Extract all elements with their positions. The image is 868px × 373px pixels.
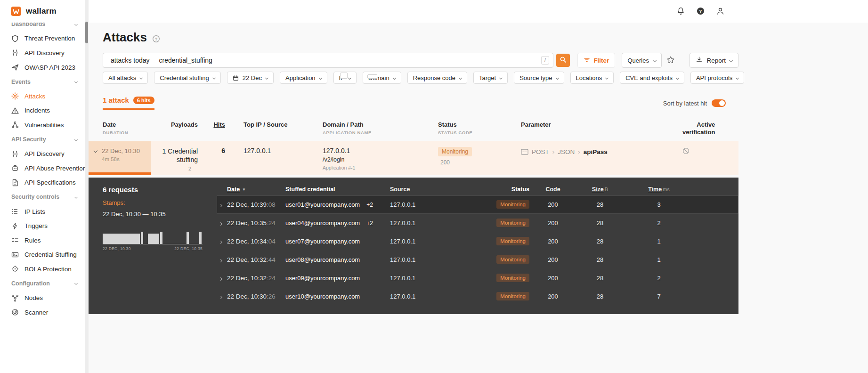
account-button[interactable] [716,7,725,16]
expand-attack-cell[interactable]: 22 Dec, 10:30 4m 58s [89,141,151,175]
chevron-down-icon [265,76,268,79]
attack-duration: 4m 58s [102,156,140,162]
search-token[interactable]: attacks today [111,57,150,64]
request-row[interactable]: 22 Dec, 10:35:24user04@yourcompany.com+2… [217,214,738,232]
attack-payloads[interactable]: 1 Credential stuffing [151,147,198,165]
request-date: 22 Dec, 10:30 [227,293,267,300]
sidebar-item-credential-stuffing[interactable]: Credential Stuffing [0,248,85,262]
sidebar-item-bola-protection[interactable]: BOLA Protection [0,262,85,276]
sidebar-item-scanner[interactable]: Scanner [0,305,85,320]
sidebar-item-threat-prevention[interactable]: Threat Prevention [0,32,85,46]
notifications-button[interactable] [676,7,686,16]
filter-chip-locations[interactable]: Locations [570,72,614,84]
filter-chip-application[interactable]: Application [280,72,327,84]
col-size-sort[interactable]: Size [592,186,604,193]
col-time-sort[interactable]: Time [648,186,662,193]
favorite-query-button[interactable] [666,56,676,65]
attack-count-tab[interactable]: 1 attack 6 hits [103,96,154,110]
attacks-table-header: DateDURATION Payloads Hits Top IP / Sour… [89,118,738,141]
sidebar-scrollbar[interactable] [85,0,89,373]
request-row[interactable]: 22 Dec, 10:34:04user07@yourcompany.com12… [217,232,738,251]
filter-chip-label: 22 Dec [243,74,262,81]
sort-desc-icon: ▼ [242,187,246,192]
stamps-range: 22 Dec, 10:30 — 10:35 [103,211,217,218]
sidebar-item-attacks[interactable]: Attacks [0,89,85,104]
extra-credentials-count: +2 [366,220,373,227]
filter-chip-label: All attacks [108,74,136,81]
chevron-down-icon [74,282,78,285]
col-domain: Domain / Path [323,121,430,129]
filter-chip-source-type[interactable]: Source type [514,72,564,84]
sidebar-item-incidents[interactable]: Incidents [0,104,85,118]
chevron-right-icon [219,295,222,299]
sort-toggle[interactable] [712,99,726,107]
attack-path[interactable]: /v2/login [323,156,430,163]
request-row[interactable]: 22 Dec, 10:30:26user10@yourcompany.com12… [217,287,738,306]
sidebar-item-api-abuse-prevention[interactable]: API Abuse Prevention [0,161,85,176]
status-badge: Monitoring [496,292,529,300]
filter-chip-cve-and-exploits[interactable]: CVE and exploits [620,72,684,84]
chevron-down-icon [605,76,608,79]
sidebar-section-events[interactable]: Events [0,74,85,89]
sidebar-item-label: Triggers [24,222,48,229]
chart-bar [148,234,159,244]
sidebar-item-api-specifications[interactable]: API Specifications [0,176,85,190]
request-row[interactable]: 22 Dec, 10:32:44user08@yourcompany.com12… [217,251,738,269]
col-request-date-sort[interactable]: Date [227,186,240,193]
filter-chip-response-code[interactable]: Response code [407,72,467,84]
sidebar-item-rules[interactable]: Rules [0,233,85,248]
chevron-down-icon [212,76,216,79]
requests-table: Date▼ Stuffed credential Source Status C… [217,178,738,314]
sidebar-section-api-security[interactable]: API Security [0,132,85,147]
page-help-icon[interactable]: ? [152,35,160,43]
attack-domain[interactable]: 127.0.0.1 [323,147,430,154]
request-source: 127.0.0.1 [390,275,476,282]
chevron-down-icon [74,138,78,141]
filter-chip-22-dec[interactable]: 22 Dec [227,72,274,84]
chevron-right-icon [219,259,222,262]
search-input[interactable]: attacks today credential_stuffing / [103,53,553,68]
filter-chip-target[interactable]: Target [473,72,508,84]
wallarm-logo[interactable]: wallarm [0,0,85,23]
sidebar-item-api-discovery[interactable]: API Discovery [0,46,85,60]
attack-top-ip[interactable]: 127.0.0.1 [230,141,315,175]
filter-chip-credential-stuffing[interactable]: Credential stuffing [154,72,221,84]
request-row[interactable]: 22 Dec, 10:39:08user01@yourcompany.com+2… [217,195,738,214]
filter-chip-all-attacks[interactable]: All attacks [103,72,148,84]
sidebar-section-security-controls[interactable]: Security controls [0,190,85,204]
sidebar-item-owasp-api-2023[interactable]: OWASP API 2023 [0,60,85,75]
hits-badge: 6 hits [133,97,154,104]
sidebar-section-configuration[interactable]: Configuration [0,276,85,291]
sidebar-item-api-discovery[interactable]: API Discovery [0,146,85,161]
sidebar-item-ip-lists[interactable]: IP Lists [0,204,85,219]
sidebar-item-label: Rules [24,237,41,244]
bolt-icon [11,222,19,230]
content: Attacks ? attacks today credential_stuff… [89,30,738,314]
sidebar-item-triggers[interactable]: Triggers [0,219,85,233]
queries-dropdown[interactable]: Queries [622,53,662,68]
sidebar-item-label: IP Lists [24,208,45,215]
scrollbar-thumb[interactable] [85,22,88,43]
requests-count: 6 requests [103,186,217,194]
sidebar-item-vulnerabilities[interactable]: Vulnerabilities [0,118,85,132]
help-button[interactable]: ? [696,7,706,16]
request-seconds: :08 [267,201,276,208]
response-size: 28 [576,219,624,227]
wallarm-logo-icon [10,6,22,17]
search-token[interactable]: credential_stuffing [159,57,212,64]
ui-artifact [340,73,348,79]
col-hits-sort[interactable]: Hits [202,121,225,129]
attack-row[interactable]: 22 Dec, 10:30 4m 58s 1 Credential stuffi… [89,141,738,175]
stamps-label[interactable]: Stamps: [103,199,217,206]
request-row[interactable]: 22 Dec, 10:32:24user09@yourcompany.com12… [217,269,738,287]
filter-button[interactable]: Filter [577,53,615,68]
search-button[interactable] [556,54,570,67]
request-source: 127.0.0.1 [390,219,476,227]
report-button[interactable]: Report [690,53,738,68]
filter-chip-api-protocols[interactable]: API protocols [690,72,744,84]
breadcrumb-separator [552,148,555,155]
param-name[interactable]: apiPass [584,148,608,155]
sidebar-item-nodes[interactable]: Nodes [0,291,85,305]
sidebar-nav: DashboardsThreat PreventionAPI Discovery… [0,17,85,319]
stuffed-credential: user10@yourcompany.com [285,293,360,300]
